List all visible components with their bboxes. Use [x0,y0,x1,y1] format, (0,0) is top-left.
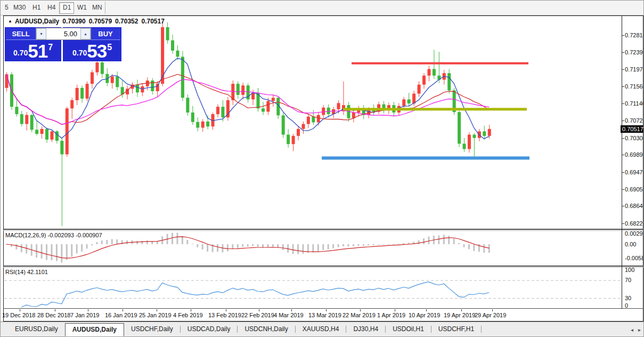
macd-scale-zero: 0.00 [625,241,636,247]
price-tick [622,138,624,139]
price-tick-label: 0.71970 [625,66,644,73]
symbol-period-label: AUDUSD,Daily [15,18,59,25]
high-value: 0.70579 [89,18,112,25]
chart-tab-usdcnh[interactable]: USDCNH,Daily [238,324,295,335]
price-tick-label: 0.69890 [625,151,644,158]
date-tick [259,309,259,311]
timeframe-button-m30[interactable]: M30 [10,2,28,13]
volume-increase-button[interactable]: ▲ [80,28,91,39]
chart-tab-usdchf[interactable]: USDCHF,Daily [124,324,180,335]
price-tick [622,189,624,190]
price-tick-label: 0.71140 [625,100,644,107]
volume-control: ▼ 5.00 ▲ [36,28,91,40]
date-tick [360,309,361,311]
rsi-scale-label: 0 [625,302,628,309]
open-value: 0.70390 [62,18,85,25]
date-tick [191,309,191,311]
date-tick [55,309,55,311]
macd-scale-max: 0.002957 [625,230,644,237]
rsi-indicator-chart[interactable] [4,268,622,308]
chart-tab-usdchf[interactable]: USDCHF,H1 [431,324,481,335]
price-tick [622,223,624,224]
date-tick-label: 13 Mar 2019 [308,312,341,318]
rsi-scale-label: 30 [625,295,631,301]
macd-label: MACD(12,26,9) -0.002093 -0.000907 [5,232,102,238]
date-axis[interactable]: 19 Dec 201828 Dec 20187 Jan 201916 Jan 2… [4,309,622,321]
date-tick-label: 25 Jan 2019 [139,312,172,318]
date-tick [426,309,427,311]
timeframe-button-d1[interactable]: D1 [59,2,74,14]
chart-tab-dj30[interactable]: DJ30,H4 [346,324,385,335]
sell-price: 0.70 51 7 [5,42,61,60]
toolbar-separator [105,2,105,14]
chart-tab-xauusd[interactable]: XAUUSD,H4 [296,324,346,335]
sell-button[interactable]: SELL [6,28,36,40]
chart-tab-eurusd[interactable]: EURUSD,Daily [8,324,65,335]
mt4-window: 5M30H1H4D1W1MN ▲AUDUSD,Daily0.703900.705… [0,0,644,337]
chart-tab-usdoil[interactable]: USDOil,H1 [386,324,431,335]
timeframe-button-mn[interactable]: MN [89,2,104,13]
price-tick-label: 0.68640 [625,203,644,209]
timeframe-button-5[interactable]: 5 [2,2,9,13]
buy-button[interactable]: BUY [91,28,120,40]
price-tick [622,52,624,53]
price-tick-label: 0.72810 [625,32,644,38]
panel-separator [3,308,643,309]
rsi-value: 42.1101 [27,269,48,275]
price-tick [622,206,624,206]
price-tick [622,121,624,121]
panel-separator[interactable] [3,229,643,230]
buy-price-big: 53 [87,42,107,60]
macd-name: MACD(12,26,9) [5,232,46,238]
price-tick-label: 0.70300 [625,135,644,141]
chart-tab-usdcad[interactable]: USDCAD,Daily [181,324,238,335]
tabs-scroll-right-icon[interactable]: ▸ [638,327,641,333]
price-tick-label: 0.69470 [625,169,644,175]
date-tick-label: 13 Feb 2019 [208,312,241,318]
buy-price-pip: 5 [107,43,112,52]
price-tick-label: 0.70720 [625,117,644,124]
volume-decrease-button[interactable]: ▼ [36,28,46,39]
price-tick [622,86,624,87]
date-tick-label: 22 Mar 2019 [343,312,376,318]
tab-strip: EURUSD,DailyAUDUSD,DailyUSDCHF,DailyUSDC… [8,322,482,337]
chart-tab-audusd[interactable]: AUDUSD,Daily [65,323,124,336]
date-tick [326,309,327,311]
date-tick-label: 4 Mar 2019 [274,312,304,318]
date-tick [123,309,123,311]
timeframe-button-h4[interactable]: H4 [44,2,58,13]
price-tick-label: 0.69050 [625,186,644,192]
low-value: 0.70352 [115,18,138,25]
price-scale-border [622,15,622,309]
date-tick [226,309,226,311]
date-tick [461,309,462,311]
rsi-name: RSI(14) [5,269,26,275]
macd-signal-value: -0.000907 [76,232,102,238]
date-tick-label: 29 Apr 2019 [475,312,506,318]
collapse-panel-icon[interactable]: ▲ [8,19,12,23]
one-click-trading-panel: SELL 0.70 51 7 BUY 0.70 53 5 ▼ 5.00 ▲ [5,27,121,61]
price-tick [622,69,624,70]
sell-price-pip: 7 [48,43,53,52]
date-tick-label: 16 Jan 2019 [105,312,137,318]
date-tick-label: 19 Apr 2019 [444,312,475,318]
date-tick-label: 22 Feb 2019 [241,312,274,318]
close-value: 0.70517 [141,18,164,25]
date-tick-label: 28 Dec 2018 [37,312,70,318]
rsi-scale-label: 100 [625,267,634,273]
date-tick [20,309,20,311]
tabs-scroll-left-icon[interactable]: ◂ [631,327,633,333]
panel-separator[interactable] [3,266,643,267]
date-tick [88,309,88,311]
date-tick-label: 4 Feb 2019 [173,312,203,318]
volume-input[interactable]: 5.00 [46,28,80,39]
chart-tab-bar: EURUSD,DailyAUDUSD,DailyUSDCHF,DailyUSDC… [1,322,644,337]
price-tick [622,35,624,36]
price-tick [622,103,624,104]
timeframe-button-w1[interactable]: W1 [74,2,88,13]
date-tick-label: 1 Apr 2019 [377,312,405,318]
rsi-scale-label: 70 [625,277,631,283]
buy-price-prefix: 0.70 [72,49,87,57]
date-tick-label: 10 Apr 2019 [409,312,440,318]
timeframe-button-h1[interactable]: H1 [29,2,43,13]
